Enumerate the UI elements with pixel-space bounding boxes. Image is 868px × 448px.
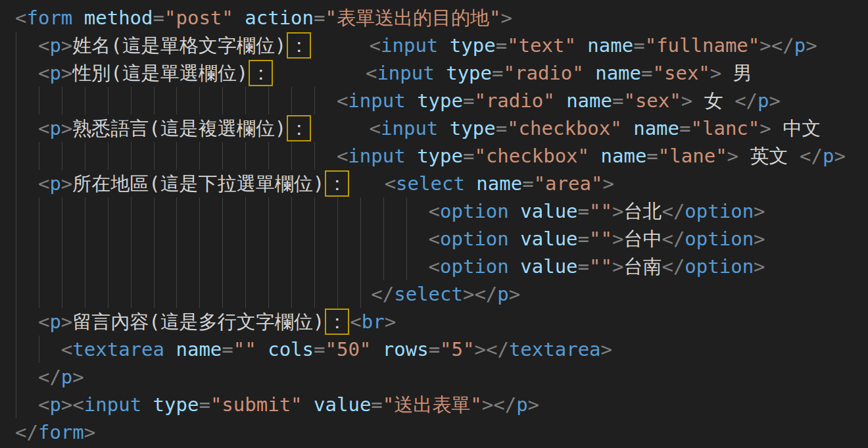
code-line[interactable]: <p>熟悉語言(這是複選欄位)： <input type="checkbox" … [0,114,868,142]
code-line[interactable]: </select></p> [0,280,868,308]
code-line[interactable]: <p>留言內容(這是多行文字欄位)：<br> [0,308,868,336]
code-token [274,62,366,84]
code-token: > [528,393,539,416]
indent-guide [245,280,246,308]
indent-guide [131,197,132,225]
code-line[interactable]: <p><input type="submit" value="送出表單"></p… [0,391,868,418]
code-line[interactable]: <p>所在地區(這是下拉選單欄位)： <select name="area"> [0,170,868,197]
code-token: name [176,338,222,361]
code-token [302,393,314,416]
code-token: > [509,283,520,305]
code-token: < [72,393,84,416]
indent-guide [62,197,62,225]
indent-guide [176,280,177,308]
code-editor[interactable]: <form method="post" action="表單送出的目的地"> <… [0,0,868,448]
code-token: > [754,200,765,222]
indent-guide [176,197,177,225]
code-token [555,89,566,112]
code-line[interactable]: <option value="">台中</option> [0,225,868,253]
indent-guide [337,197,338,225]
code-token: p [49,172,60,195]
indent-guide [199,253,200,280]
code-token: input [381,34,438,57]
code-token: p [794,34,806,57]
indent-guide [16,336,16,363]
indent-guide [85,280,85,308]
code-token [312,117,369,139]
code-token [509,200,520,222]
code-token: > [61,311,72,333]
code-token: < [366,62,377,84]
code-token: < [38,393,49,416]
indent-guide [85,142,85,170]
code-line[interactable]: <p>性別(這是單選欄位)： <input type="radio" name=… [0,59,868,87]
code-token: = [578,200,589,222]
code-token [15,283,371,305]
code-line[interactable]: <input type="checkbox" name="lane"> 英文 <… [0,142,868,170]
indent-guide [108,225,108,253]
indent-guide [360,280,361,308]
indent-guide [62,225,62,253]
code-token: "text" [507,34,576,57]
code-token: type [417,89,463,112]
code-token [15,117,38,139]
code-token: name [595,62,641,84]
indent-guide [291,197,292,225]
code-token: "checkbox" [474,145,589,167]
code-line[interactable]: <form method="post" action="表單送出的目的地"> [0,4,868,32]
code-lines: <form method="post" action="表單送出的目的地"> <… [0,4,868,446]
code-token: = [578,228,589,250]
indent-guide [222,225,223,253]
code-token: </ [493,393,516,416]
code-token: input [377,62,434,84]
code-token: p [49,311,60,333]
code-token: select [396,172,465,195]
indent-guide [199,280,200,308]
indent-guide [16,391,16,418]
code-token: = [463,145,474,167]
indent-guide [199,197,200,225]
code-token: select [394,283,463,305]
code-line[interactable]: </p> [0,363,868,391]
code-token: = [314,338,325,361]
code-token: = [633,34,644,57]
code-token: > [61,62,72,84]
code-line[interactable]: <textarea name="" cols="50" rows="5"></t… [0,336,868,363]
code-token: < [38,172,49,195]
indent-guide [176,225,177,253]
code-token: "" [589,200,612,222]
code-token: type [450,117,496,139]
code-line[interactable]: </form> [0,418,868,446]
indent-guide [337,225,338,253]
code-line[interactable]: <option value="">台南</option> [0,253,868,280]
code-token: > [500,7,512,29]
indent-guide [108,253,108,280]
indent-guide [131,280,132,308]
code-line[interactable]: <input type="radio" name="sex"> 女 </p> [0,87,868,114]
code-token: name [587,34,633,57]
code-token: cols [268,338,314,361]
code-token: > [754,228,765,250]
code-token: </ [735,89,758,112]
code-token: </ [800,145,823,167]
code-token: = [612,89,623,112]
indent-guide [314,253,315,280]
code-token: < [385,172,396,195]
code-token [465,172,476,195]
code-line[interactable]: <p>姓名(這是單格文字欄位)： <input type="text" name… [0,32,868,59]
code-token: > [84,421,95,443]
code-token [164,338,176,361]
code-token: textarea [72,338,164,361]
code-token: 中文 [771,117,821,139]
code-token: value [314,393,371,416]
code-token: 性別(這是單選欄位) [72,62,248,84]
code-token: p [61,366,72,388]
code-token: type [446,62,492,84]
code-token [438,34,449,57]
code-token: 男 [721,62,752,84]
code-line[interactable]: <option value="">台北</option> [0,197,868,225]
code-token [141,393,153,416]
code-token: 留言內容(這是多行文字欄位) [72,311,324,333]
indent-guide [154,280,155,308]
indent-guide [131,225,132,253]
